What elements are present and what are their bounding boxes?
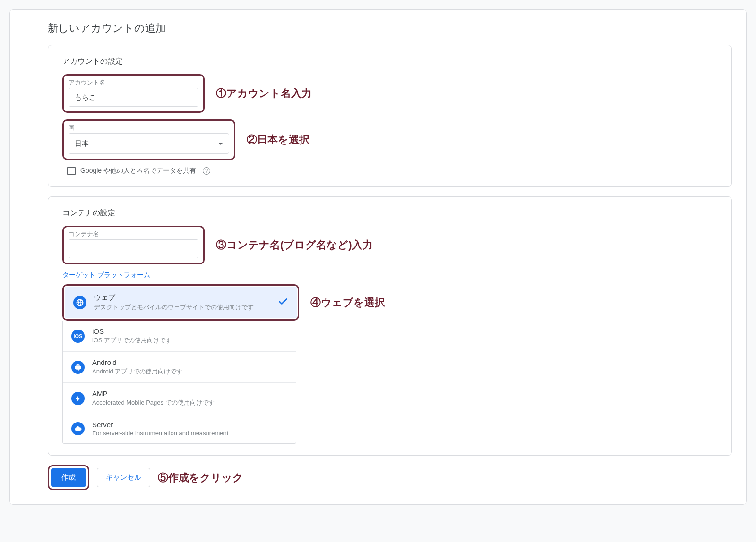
annotation-3: ③コンテナ名(ブログ名など)入力 [216, 238, 373, 252]
platform-web-desc: デスクトップとモバイルのウェブサイトでの使用向けです [94, 303, 288, 312]
platform-item-web[interactable]: ウェブ デスクトップとモバイルのウェブサイトでの使用向けです [65, 287, 297, 318]
account-name-label: アカウント名 [69, 78, 198, 87]
platform-android-name: Android [92, 358, 287, 366]
platform-web-highlight: ウェブ デスクトップとモバイルのウェブサイトでの使用向けです [62, 284, 299, 321]
country-row: 国 日本 ②日本を選択 [62, 119, 717, 160]
platform-amp-desc: Accelerated Mobile Pages での使用向けです [92, 398, 287, 407]
create-button[interactable]: 作成 [51, 468, 86, 487]
page-title: 新しいアカウントの追加 [48, 21, 732, 35]
country-label: 国 [69, 124, 229, 132]
platform-header: ターゲット プラットフォーム [62, 271, 717, 279]
annotation-5: ⑤作成をクリック [158, 471, 243, 485]
platform-item-server[interactable]: Server For server-side instrumentation a… [63, 414, 296, 443]
platform-ios-desc: iOS アプリでの使用向けです [92, 336, 287, 345]
platform-server-name: Server [92, 421, 287, 429]
container-name-label: コンテナ名 [69, 230, 198, 238]
platform-item-android[interactable]: Android Android アプリでの使用向けです [63, 352, 296, 383]
globe-icon [73, 296, 86, 309]
button-row: 作成 キャンセル ⑤作成をクリック [48, 465, 732, 490]
account-name-row: アカウント名 ①アカウント名入力 [62, 74, 717, 113]
help-icon[interactable]: ? [203, 167, 210, 175]
share-checkbox-row: Google や他の人と匿名でデータを共有 ? [67, 167, 717, 175]
platform-android-desc: Android アプリでの使用向けです [92, 367, 287, 376]
platform-web-row: ウェブ デスクトップとモバイルのウェブサイトでの使用向けです ④ウェブを選択 [62, 284, 717, 321]
android-icon [71, 361, 85, 374]
platform-server-desc: For server-side instrumentation and meas… [92, 430, 287, 437]
bolt-icon [71, 392, 85, 405]
container-name-highlight: コンテナ名 [62, 226, 205, 264]
create-button-highlight: 作成 [48, 465, 89, 490]
container-name-input[interactable] [69, 239, 198, 258]
page-container: 新しいアカウントの追加 アカウントの設定 アカウント名 ①アカウント名入力 国 … [9, 9, 747, 505]
account-name-input[interactable] [69, 88, 198, 107]
platform-item-amp[interactable]: AMP Accelerated Mobile Pages での使用向けです [63, 383, 296, 414]
platform-list: iOS iOS iOS アプリでの使用向けです Android Android … [62, 321, 296, 444]
country-value: 日本 [75, 139, 89, 148]
annotation-2: ②日本を選択 [247, 133, 309, 147]
platform-ios-name: iOS [92, 327, 287, 335]
country-select[interactable]: 日本 [69, 133, 229, 154]
platform-amp-name: AMP [92, 390, 287, 398]
container-name-row: コンテナ名 ③コンテナ名(ブログ名など)入力 [62, 226, 717, 264]
share-label: Google や他の人と匿名でデータを共有 [80, 167, 196, 175]
container-settings-card: コンテナの設定 コンテナ名 ③コンテナ名(ブログ名など)入力 ターゲット プラッ… [48, 196, 732, 456]
platform-item-ios[interactable]: iOS iOS iOS アプリでの使用向けです [63, 321, 296, 352]
platform-web-text: ウェブ デスクトップとモバイルのウェブサイトでの使用向けです [94, 293, 288, 312]
annotation-1: ①アカウント名入力 [216, 86, 312, 101]
country-highlight: 国 日本 [62, 119, 235, 160]
cancel-button[interactable]: キャンセル [97, 468, 150, 487]
cloud-icon [71, 422, 85, 435]
check-icon [278, 296, 288, 309]
container-card-title: コンテナの設定 [62, 208, 717, 218]
account-name-highlight: アカウント名 [62, 74, 205, 113]
ios-icon: iOS [71, 330, 85, 343]
annotation-4: ④ウェブを選択 [310, 296, 385, 310]
account-settings-card: アカウントの設定 アカウント名 ①アカウント名入力 国 日本 ②日本を選択 Go… [48, 45, 732, 187]
share-checkbox[interactable] [67, 167, 76, 175]
chevron-down-icon [218, 143, 223, 145]
platform-web-name: ウェブ [94, 293, 288, 302]
account-card-title: アカウントの設定 [62, 57, 717, 67]
